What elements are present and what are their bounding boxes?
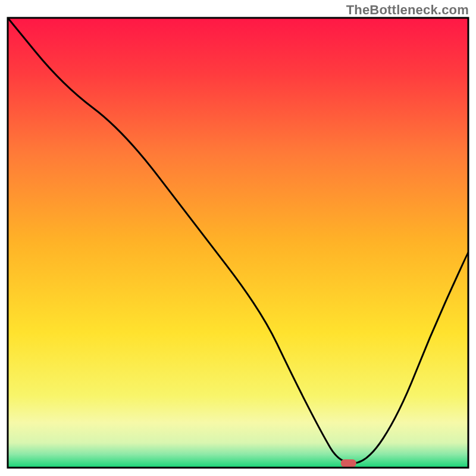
chart-stage: TheBottleneck.com — [0, 0, 476, 476]
watermark-label: TheBottleneck.com — [346, 2, 469, 18]
plot-background — [8, 18, 468, 468]
bottleneck-chart — [0, 0, 476, 476]
optimal-marker — [341, 459, 356, 467]
